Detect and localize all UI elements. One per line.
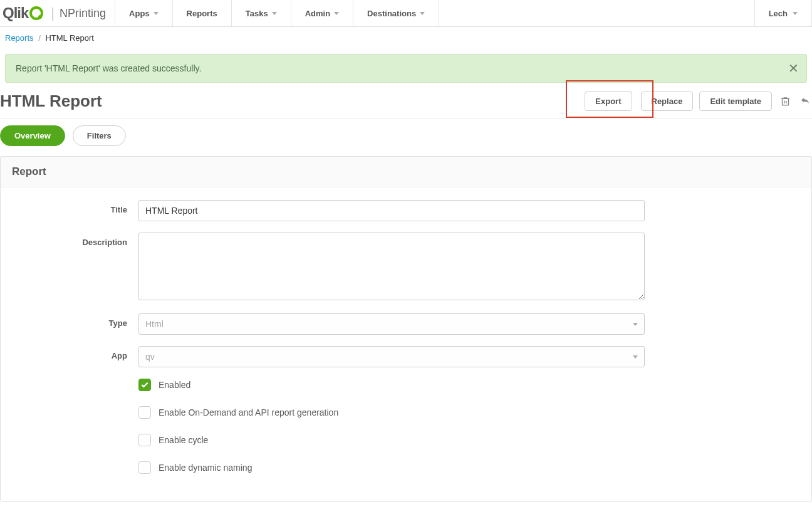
nav-destinations[interactable]: Destinations [353,0,439,26]
chevron-down-icon [793,12,798,15]
user-menu[interactable]: Lech [755,0,812,26]
title-label: Title [13,200,138,221]
product-name: NPrinting [60,7,106,20]
nav-tasks-label: Tasks [246,9,268,18]
chevron-down-icon [633,323,638,326]
nav-admin[interactable]: Admin [291,0,353,26]
nav-tasks[interactable]: Tasks [232,0,291,26]
app-selected-value: qv [145,352,155,362]
nav-apps[interactable]: Apps [115,0,173,26]
nav-reports[interactable]: Reports [173,0,232,26]
ondemand-label: Enable On-Demand and API report generati… [159,407,338,417]
topbar-spacer [439,0,755,26]
alert-message: Report 'HTML Report' was created success… [16,63,201,73]
breadcrumb-current: HTML Report [45,33,94,43]
enabled-checkbox[interactable] [138,379,151,391]
breadcrumb-separator: / [38,33,41,43]
nav-reports-label: Reports [187,9,217,18]
success-alert: Report 'HTML Report' was created success… [5,54,807,83]
qlik-wordmark: Qlik [3,4,28,22]
action-buttons: Export Replace Edit template [585,92,812,111]
replace-button[interactable]: Replace [641,92,694,111]
nav-admin-label: Admin [305,9,330,18]
page-title: HTML Report [0,92,585,111]
tab-filters[interactable]: Filters [73,125,126,146]
cycle-checkbox[interactable] [138,434,151,446]
close-icon[interactable]: ✕ [788,61,799,76]
cycle-label: Enable cycle [159,435,208,445]
chevron-down-icon [154,12,159,15]
type-selected-value: Html [145,319,164,329]
tab-overview[interactable]: Overview [0,125,65,146]
app-label: App [13,346,138,367]
description-textarea[interactable] [138,233,645,300]
title-input[interactable] [138,200,645,221]
dynamic-naming-checkbox[interactable] [138,461,151,474]
tabs: Overview Filters [0,119,812,156]
chevron-down-icon [334,12,339,15]
topbar: Qlik | NPrinting Apps Reports Tasks Admi… [0,0,812,27]
user-name: Lech [769,9,788,18]
qlik-q-icon [29,6,43,20]
ondemand-checkbox[interactable] [138,406,151,419]
chevron-down-icon [272,12,277,15]
nav-apps-label: Apps [129,9,150,18]
breadcrumb: Reports / HTML Report [0,27,812,49]
panel-heading: Report [1,157,811,187]
description-label: Description [13,233,138,302]
report-panel: Report Title Description Type Html App [0,156,812,502]
enabled-label: Enabled [159,380,190,390]
type-select[interactable]: Html [138,313,645,335]
page-header: HTML Report Export Replace Edit template [0,88,812,119]
chevron-down-icon [633,355,638,359]
svg-rect-0 [782,98,788,105]
chevron-down-icon [420,12,425,15]
delete-icon[interactable] [778,95,792,108]
nav-destinations-label: Destinations [367,9,416,18]
breadcrumb-parent[interactable]: Reports [5,33,34,43]
undo-icon[interactable] [798,95,812,108]
logo-separator: | [51,5,55,21]
export-button[interactable]: Export [585,92,632,111]
type-label: Type [13,313,138,335]
dynamic-naming-label: Enable dynamic naming [159,463,252,473]
app-select[interactable]: qv [138,346,645,367]
edit-template-button[interactable]: Edit template [699,92,772,111]
brand-logo[interactable]: Qlik | NPrinting [0,0,115,26]
